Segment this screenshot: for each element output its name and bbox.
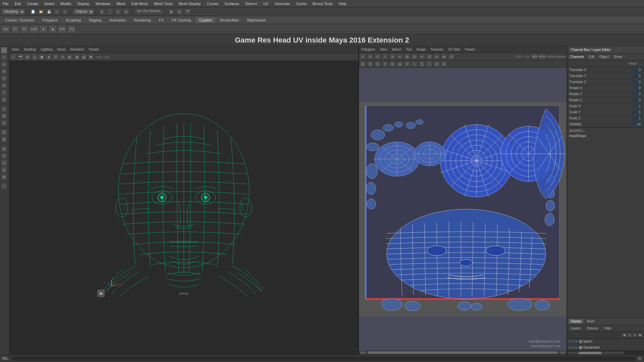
uv-sew-btn[interactable]: ≋ (389, 53, 396, 60)
ch-value-ty[interactable]: 0 (632, 74, 642, 78)
redo-btn[interactable]: ↪ (62, 8, 68, 15)
tab-fx-caching[interactable]: FX Caching (168, 17, 195, 23)
layer-row-2[interactable]: V P R Deciamted (567, 345, 644, 351)
snap-grid-btn[interactable]: ⊞ (99, 8, 105, 15)
mode-select[interactable]: Modeling (1, 8, 25, 15)
layout-btn[interactable]: ⊞ (1, 145, 7, 152)
layer2-v[interactable]: V (569, 346, 571, 349)
open-scene-btn[interactable]: 📂 (38, 8, 44, 15)
vp3d-menu-view[interactable]: View (11, 48, 20, 51)
channel-translate-z[interactable]: Translate Z 0 (567, 79, 644, 85)
uv-tool2-11[interactable]: ⊛ (433, 61, 440, 67)
menu-select[interactable]: Select (43, 2, 56, 6)
channel-translate-y[interactable]: Translate Y 0 (567, 73, 644, 79)
menu-curves[interactable]: Curves (206, 2, 220, 6)
uv-menu-polygons[interactable]: Polygons (360, 48, 376, 51)
ch-value-sz[interactable]: 1 (632, 116, 642, 120)
live-surface-btn[interactable]: No Live Surface (134, 8, 164, 15)
tab-custom[interactable]: Custom (196, 17, 216, 23)
snap-together[interactable]: ⊡ (1, 120, 7, 126)
layer1-v[interactable]: V (569, 340, 571, 343)
layer2-p[interactable]: P (572, 346, 574, 349)
channel-rotate-x[interactable]: Rotate X 0 (567, 85, 644, 91)
move-tool[interactable]: ✛ (1, 75, 7, 82)
render-btn[interactable]: ▶ (168, 8, 175, 15)
ch-value-tz[interactable]: 0 (632, 80, 642, 84)
channel-scale-z[interactable]: Scale Z 1 (567, 115, 644, 121)
extra-btn2[interactable]: ⊟ (1, 167, 7, 173)
uv-menu-uvsets[interactable]: UV Sets (447, 48, 461, 51)
menu-edit[interactable]: Edit (13, 2, 22, 6)
paint-tool[interactable]: ✏ (1, 61, 7, 68)
menu-help[interactable]: Help (337, 2, 348, 6)
shelf-rt[interactable]: RT (20, 25, 29, 33)
uv-menu-view[interactable]: View (379, 48, 388, 51)
channel-scale-x[interactable]: Scale X 1 (567, 103, 644, 109)
uv-menu-textures[interactable]: Textures (430, 48, 444, 51)
uv-tool2-4[interactable]: ✦ (382, 61, 388, 67)
shelf-colid[interactable]: ColID (30, 25, 38, 33)
sculpt-tool[interactable]: ≋ (1, 68, 7, 75)
menu-modify[interactable]: Modify (59, 2, 72, 6)
menu-mesh-tools[interactable]: Mesh Tools (153, 2, 174, 6)
menu-cache[interactable]: Cache (294, 2, 308, 6)
uv-grid-btn[interactable]: ⊡ (426, 53, 433, 60)
menu-uv[interactable]: UV (262, 2, 270, 6)
layer1-r[interactable]: R (575, 340, 578, 343)
head-shape-item[interactable]: headShape (569, 134, 642, 138)
uv-snap-btn[interactable]: ✦ (419, 53, 425, 60)
menu-file[interactable]: File (1, 2, 10, 6)
uv-sym-btn[interactable]: ⊘ (433, 53, 440, 60)
shelf-ft[interactable]: FT (11, 25, 19, 33)
undo-btn[interactable]: ↩ (54, 8, 60, 15)
vp3d-menu-panels[interactable]: Panels (88, 48, 100, 51)
uv-select-btn[interactable]: ↖ (360, 53, 366, 60)
uv-tool2-8[interactable]: ⤡ (411, 61, 418, 67)
show-tab[interactable]: Show (612, 55, 623, 59)
uv-move-btn[interactable]: ✛ (367, 53, 374, 60)
uv-tool2-3[interactable]: ⊡ (374, 61, 381, 67)
layer-nav-next[interactable]: ▶ (638, 333, 643, 338)
uv-scale-btn[interactable]: ⤡ (382, 53, 388, 60)
layer1-name[interactable]: layer1 (584, 340, 593, 343)
menu-edit-mesh[interactable]: Edit Mesh (130, 2, 149, 6)
uv-menu-tool[interactable]: Tool (405, 48, 413, 51)
channel-rotate-y[interactable]: Rotate Y 0 (567, 91, 644, 97)
uv-unfold-btn[interactable]: ⊞ (404, 53, 411, 60)
ch-value-sy[interactable]: 1 (632, 110, 642, 114)
anim-tab[interactable]: Anim (585, 319, 597, 323)
rotate-tool[interactable]: ↻ (1, 82, 7, 89)
options-option[interactable]: Options (585, 326, 600, 330)
ch-value-rx[interactable]: 0 (632, 86, 642, 90)
snap-curve-btn[interactable]: ⌒ (107, 8, 113, 15)
uv-menu-image[interactable]: Image (416, 48, 427, 51)
layers-option[interactable]: Layers (569, 326, 583, 330)
vp3d-menu-shading[interactable]: Shading (23, 48, 37, 51)
menu-mesh-display[interactable]: Mesh Display (177, 2, 202, 6)
channel-visibility[interactable]: Visibility on (567, 121, 644, 127)
uv-tool2-5[interactable]: ◎ (389, 61, 396, 67)
status-cmd-btn[interactable]: ⊡ (637, 356, 642, 361)
shelf-icon1[interactable]: ■ (39, 25, 48, 33)
uv-horizontal-scrollbar[interactable] (359, 351, 567, 355)
layer-nav-fwd[interactable]: ▷ (633, 333, 637, 338)
channel-translate-x[interactable]: Translate X 0 (567, 67, 644, 73)
snap-surface-btn[interactable]: ◈ (123, 8, 129, 15)
uv-tool2-6[interactable]: ◈ (396, 61, 403, 67)
vp3d-menu-lighting[interactable]: Lighting (40, 48, 53, 51)
symmetry[interactable]: ⊞ (1, 113, 7, 119)
channels-tab[interactable]: Channels (569, 55, 585, 59)
uv-srgb-btn[interactable]: sRGB (539, 53, 545, 60)
ch-value-tx[interactable]: 0 (632, 68, 642, 72)
hide-manip[interactable]: ⊠ (1, 136, 7, 143)
channel-box-tab[interactable]: Channel Box / Layer Editor (569, 48, 612, 52)
shelf-hist[interactable]: Hist (1, 25, 10, 33)
display-tab[interactable]: Display (569, 319, 584, 323)
vp3d-menu-renderer[interactable]: Renderer (69, 48, 85, 51)
tab-curves-surfaces[interactable]: Curves / Surfaces (1, 17, 38, 23)
layer2-r[interactable]: R (575, 346, 578, 349)
mel-label[interactable]: MEL (2, 357, 9, 360)
channel-scrollbar[interactable] (567, 351, 644, 355)
uv-menu-panels[interactable]: Panels (464, 48, 476, 51)
tab-sculpting[interactable]: Sculpting (62, 17, 85, 23)
